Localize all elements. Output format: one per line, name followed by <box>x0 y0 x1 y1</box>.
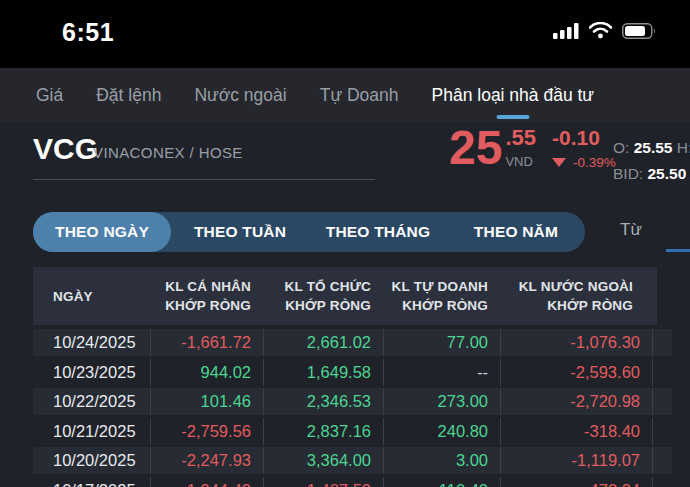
cell-date: 10/23/2025 <box>33 363 150 382</box>
table-body: 10/24/2025 -1,661.72 2,661.02 77.00 -1,0… <box>33 329 672 487</box>
table-row: 10/24/2025 -1,661.72 2,661.02 77.00 -1,0… <box>33 329 672 356</box>
cell-ca-nhan: -1,661.72 <box>150 329 263 356</box>
cell-clipped <box>652 388 672 415</box>
cell-ca-nhan: -2,759.56 <box>150 418 263 445</box>
period-theo-nam[interactable]: THEO NĂM <box>447 212 585 252</box>
battery-icon <box>622 23 656 39</box>
cell-clipped <box>652 477 672 487</box>
cell-date: 10/22/2025 <box>33 392 150 411</box>
pill-label: THEO TUẦN <box>194 223 286 241</box>
cell-nuoc-ngoai: -1,076.30 <box>500 329 652 356</box>
price-main: 25 <box>449 126 502 170</box>
high-label: H: <box>677 139 690 156</box>
cell-to-chuc: 1,649.58 <box>263 359 383 386</box>
tab-label: Tự Doanh <box>320 85 399 106</box>
stock-symbol: VCG <box>33 132 98 166</box>
cell-nuoc-ngoai: -1,119.07 <box>500 447 652 474</box>
table-row: 10/23/2025 944.02 1,649.58 -- -2,593.60 <box>33 359 672 386</box>
status-icons <box>553 22 656 39</box>
bid-value: 25.50 <box>647 165 686 182</box>
open-high-line: O: 25.55 H: <box>613 135 690 161</box>
app-screen: 6:51 Giá Đặt lệnh <box>0 0 690 487</box>
cell-date: 10/20/2025 <box>33 451 150 470</box>
status-time: 6:51 <box>62 18 114 47</box>
tab-label: Nước ngoài <box>194 85 286 106</box>
cell-to-chuc: -1,487.53 <box>263 477 383 487</box>
bid-label: BID: <box>613 165 643 182</box>
tab-phan-loai-nha-dau-tu[interactable]: Phân loại nhà đầu tư <box>432 68 595 122</box>
wifi-icon <box>589 22 612 39</box>
cell-date: 10/21/2025 <box>33 422 150 441</box>
from-date-label[interactable]: Từ <box>620 220 642 240</box>
price-change: -0.10 <box>552 127 616 149</box>
tab-label: Phân loại nhà đầu tư <box>432 85 595 106</box>
header-kl-nuoc-ngoai: KL NƯỚC NGOÀIKHỚP RÒNG <box>500 277 657 315</box>
ohlc-bid-ask: O: 25.55 H: BID: 25.50 A <box>613 135 690 187</box>
bid-ask-line: BID: 25.50 A <box>613 161 690 187</box>
price-change-percent: -0.39% <box>573 155 616 170</box>
cell-tu-doanh: 110.40 <box>383 477 500 487</box>
cell-to-chuc: 2,346.53 <box>263 388 383 415</box>
cell-to-chuc: 2,837.16 <box>263 418 383 445</box>
pill-label: THEO NGÀY <box>55 223 149 241</box>
cell-tu-doanh: 240.80 <box>383 418 500 445</box>
table-row: 10/22/2025 101.46 2,346.53 273.00 -2,720… <box>33 388 672 415</box>
stock-name: VINACONEX / HOSE <box>93 144 243 161</box>
tab-label: Giá <box>36 85 63 106</box>
cell-clipped <box>652 418 672 445</box>
open-value: 25.55 <box>634 139 673 156</box>
divider <box>33 179 375 180</box>
table-row: 10/21/2025 -2,759.56 2,837.16 240.80 -31… <box>33 418 672 445</box>
price-block: 25 .55 VND -0.10 -0.39% <box>449 126 616 170</box>
cell-tu-doanh: 3.00 <box>383 447 500 474</box>
cell-tu-doanh: 77.00 <box>383 329 500 356</box>
from-date-input-underline[interactable] <box>666 249 690 252</box>
cell-ca-nhan: 101.46 <box>150 388 263 415</box>
currency-label: VND <box>505 154 536 169</box>
cell-date: 10/24/2025 <box>33 333 150 352</box>
cell-to-chuc: 2,661.02 <box>263 329 383 356</box>
header-ngay: NGÀY <box>33 287 150 306</box>
cell-nuoc-ngoai: -318.40 <box>500 418 652 445</box>
active-tab-underline <box>496 115 529 119</box>
header-kl-ca-nhan: KL CÁ NHÂNKHỚP RÒNG <box>150 277 263 315</box>
signal-icon <box>553 23 579 39</box>
cell-nuoc-ngoai: -2,593.60 <box>500 359 652 386</box>
status-bar: 6:51 <box>0 0 690 68</box>
cell-nuoc-ngoai: -473.34 <box>500 477 652 487</box>
pill-label: THEO NĂM <box>474 223 558 241</box>
tab-dat-lenh[interactable]: Đặt lệnh <box>96 68 161 122</box>
period-theo-ngay[interactable]: THEO NGÀY <box>33 212 171 252</box>
period-theo-thang[interactable]: THEO THÁNG <box>309 212 447 252</box>
pill-label: THEO THÁNG <box>326 223 430 241</box>
period-pill-group: THEO NGÀY THEO TUẦN THEO THÁNG THEO NĂM <box>33 212 585 252</box>
tab-tu-doanh[interactable]: Tự Doanh <box>320 68 399 122</box>
triangle-down-icon <box>552 158 566 167</box>
period-theo-tuan[interactable]: THEO TUẦN <box>171 212 309 252</box>
cell-clipped <box>652 329 672 356</box>
tab-nuoc-ngoai[interactable]: Nước ngoài <box>194 68 286 122</box>
top-nav-tabs: Giá Đặt lệnh Nước ngoài Tự Doanh Phân lo… <box>0 68 690 122</box>
cell-ca-nhan: 944.02 <box>150 359 263 386</box>
cell-clipped <box>652 447 672 474</box>
open-label: O: <box>613 139 629 156</box>
price-decimal: .55 <box>505 127 536 149</box>
cell-ca-nhan: -1,944.43 <box>150 477 263 487</box>
stock-header: VCG VINACONEX / HOSE 25 .55 VND -0.10 -0… <box>0 122 690 212</box>
cell-tu-doanh: 273.00 <box>383 388 500 415</box>
table-row-clipped: 10/17/2025 -1,944.43 -1,487.53 110.40 -4… <box>33 477 672 487</box>
period-selector-row: THEO NGÀY THEO TUẦN THEO THÁNG THEO NĂM … <box>0 212 690 252</box>
cell-date: 10/17/2025 <box>33 481 150 487</box>
table-row: 10/20/2025 -2,247.93 3,364.00 3.00 -1,11… <box>33 447 672 474</box>
header-kl-tu-doanh: KL TỰ DOANHKHỚP RÒNG <box>383 277 500 315</box>
tab-gia[interactable]: Giá <box>36 68 63 122</box>
cell-clipped <box>652 359 672 386</box>
cell-tu-doanh: -- <box>383 359 500 386</box>
table-header-row: NGÀY KL CÁ NHÂNKHỚP RÒNG KL TỔ CHỨCKHỚP … <box>33 267 657 325</box>
cell-nuoc-ngoai: -2,720.98 <box>500 388 652 415</box>
tab-label: Đặt lệnh <box>96 85 161 106</box>
investor-flow-table: NGÀY KL CÁ NHÂNKHỚP RÒNG KL TỔ CHỨCKHỚP … <box>33 267 672 487</box>
header-kl-to-chuc: KL TỔ CHỨCKHỚP RÒNG <box>263 277 383 315</box>
cell-ca-nhan: -2,247.93 <box>150 447 263 474</box>
cell-to-chuc: 3,364.00 <box>263 447 383 474</box>
